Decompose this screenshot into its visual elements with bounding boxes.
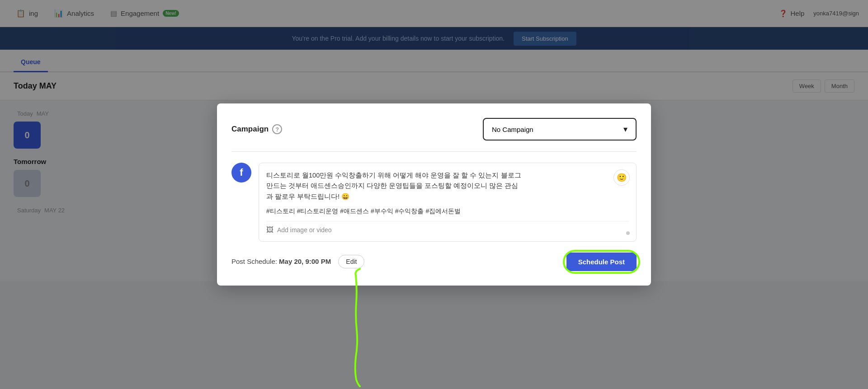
modal-overlay: Campaign ? No Campaign ▾ f 🙂 티스토리로 월100만… [0, 0, 868, 389]
schedule-date: May 20, 9:00 PM [279, 258, 331, 265]
post-content-box[interactable]: 🙂 티스토리로 월100만원 수익창출하기 위해 어떻게 해야 운영을 잘 할 … [259, 163, 637, 242]
chevron-down-icon: ▾ [623, 124, 627, 134]
image-icon: 🖼 [266, 226, 274, 234]
schedule-label: Post Schedule: May 20, 9:00 PM [231, 258, 333, 265]
modal-footer: Post Schedule: May 20, 9:00 PM Edit Sche… [231, 253, 637, 271]
post-text: 티스토리로 월100만원 수익창출하기 위해 어떻게 해야 운영을 잘 할 수 … [266, 170, 629, 202]
campaign-label: Campaign ? [231, 124, 282, 134]
post-dot [626, 231, 630, 235]
post-hashtags: #티스토리 #티스토리운영 #애드센스 #부수익 #수익창출 #집에서돈벌 [266, 207, 629, 216]
edit-schedule-button[interactable]: Edit [338, 255, 364, 268]
emoji-button[interactable]: 🙂 [613, 169, 630, 186]
add-media-label: Add image or video [277, 226, 332, 234]
campaign-dropdown[interactable]: No Campaign ▾ [483, 118, 637, 141]
post-schedule-info: Post Schedule: May 20, 9:00 PM Edit [231, 255, 364, 268]
campaign-row: Campaign ? No Campaign ▾ [231, 118, 637, 152]
add-media-row[interactable]: 🖼 Add image or video [266, 221, 629, 234]
campaign-text: Campaign [231, 125, 269, 134]
schedule-post-button[interactable]: Schedule Post [566, 253, 637, 271]
facebook-avatar: f [231, 163, 251, 183]
campaign-dropdown-value: No Campaign [492, 126, 533, 133]
post-area: f 🙂 티스토리로 월100만원 수익창출하기 위해 어떻게 해야 운영을 잘 … [231, 163, 637, 242]
green-bracket-annotation [354, 267, 362, 389]
schedule-post-modal: Campaign ? No Campaign ▾ f 🙂 티스토리로 월100만… [217, 103, 651, 286]
campaign-help-icon[interactable]: ? [272, 124, 282, 134]
